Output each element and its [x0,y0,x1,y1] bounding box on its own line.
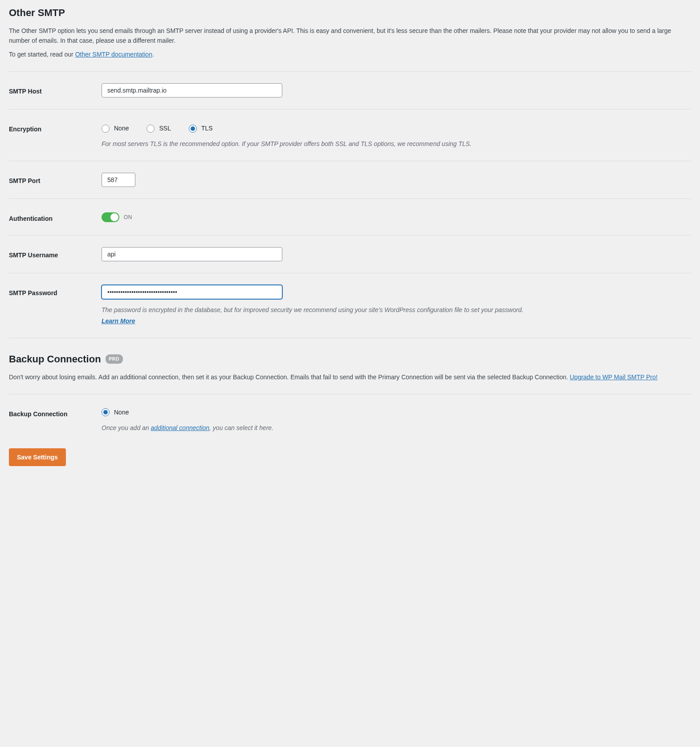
section-title-backup: Backup Connection [9,352,101,366]
authentication-toggle-state: ON [124,213,132,221]
pro-badge: PRO [106,354,123,364]
divider [9,109,691,110]
field-row-authentication: Authentication ON [9,211,691,223]
field-row-encryption: Encryption None SSL TLS For most servers… [9,121,691,149]
field-row-smtp-port: SMTP Port [9,173,691,187]
smtp-username-input[interactable] [102,247,282,261]
toggle-knob [110,213,118,221]
smtp-host-input[interactable] [102,83,282,97]
radio-icon-selected [189,125,197,133]
label-smtp-password: SMTP Password [9,285,102,298]
other-smtp-doc-link[interactable]: Other SMTP documentation [75,51,152,58]
divider [9,199,691,199]
divider [9,273,691,273]
radio-icon [102,125,110,133]
section-title-other-smtp: Other SMTP [9,5,691,20]
field-row-smtp-username: SMTP Username [9,247,691,261]
divider [9,235,691,235]
additional-connection-link[interactable]: additional connection [151,424,210,431]
backup-description: Don't worry about losing emails. Add an … [9,373,691,382]
field-row-smtp-password: SMTP Password The password is encrypted … [9,285,691,326]
label-encryption: Encryption [9,121,102,134]
field-row-backup-connection: Backup Connection None Once you add an a… [9,406,691,433]
encryption-radio-group: None SSL TLS [102,121,691,133]
radio-label-backup-none: None [114,408,129,417]
other-smtp-description: The Other SMTP option lets you send emai… [9,26,691,45]
label-smtp-host: SMTP Host [9,83,102,96]
save-settings-button[interactable]: Save Settings [9,448,66,466]
radio-label-none: None [114,124,129,133]
get-started-text: To get started, read our Other SMTP docu… [9,50,691,60]
label-backup-connection: Backup Connection [9,406,102,419]
backup-radio-none[interactable]: None [102,408,129,417]
field-row-smtp-host: SMTP Host [9,83,691,97]
divider [9,338,691,338]
authentication-toggle[interactable] [102,212,119,222]
smtp-password-help: The password is encrypted in the databas… [102,305,691,326]
label-smtp-port: SMTP Port [9,173,102,186]
backup-help-text: Once you add an additional connection, y… [102,423,691,433]
encryption-help-text: For most servers TLS is the recommended … [102,139,691,149]
upgrade-pro-link[interactable]: Upgrade to WP Mail SMTP Pro! [570,374,657,381]
divider [9,71,691,72]
radio-icon-selected [102,408,110,416]
password-learn-more-link[interactable]: Learn More [102,317,691,326]
radio-label-tls: TLS [201,124,213,133]
divider [9,161,691,161]
radio-label-ssl: SSL [159,124,171,133]
encryption-radio-tls[interactable]: TLS [189,124,213,133]
divider [9,394,691,394]
radio-icon [147,125,155,133]
smtp-port-input[interactable] [102,173,135,187]
encryption-radio-ssl[interactable]: SSL [147,124,171,133]
label-smtp-username: SMTP Username [9,247,102,260]
encryption-radio-none[interactable]: None [102,124,129,133]
label-authentication: Authentication [9,211,102,223]
section-header-backup: Backup Connection PRO [9,352,691,366]
smtp-password-input[interactable] [102,285,282,299]
